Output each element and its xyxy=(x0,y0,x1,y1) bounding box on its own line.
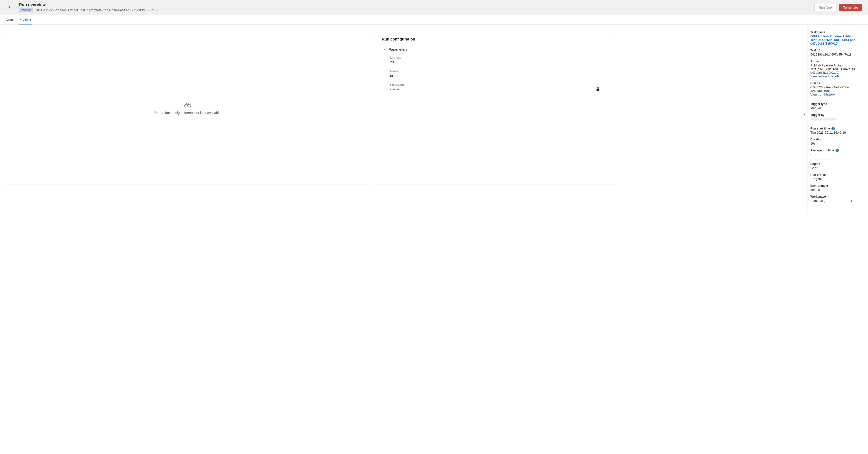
tabs: Logs Pipeline xyxy=(0,15,868,25)
svg-point-1 xyxy=(188,104,191,107)
svg-rect-2 xyxy=(596,89,599,91)
field-workspace: Workspace Personal (———— ————) xyxy=(810,195,865,202)
binoculars-icon xyxy=(184,102,191,108)
engine-value: Gen2 xyxy=(810,166,865,170)
avg-runtime-label: Average run time i xyxy=(810,149,865,152)
environment-label: Environment xyxy=(810,184,865,188)
avg-runtime-value: - xyxy=(810,152,865,156)
run-profile-label: Run profile xyxy=(810,173,865,176)
param-min-age-label: Min Age xyxy=(390,56,607,59)
view-artifact-link[interactable]: View artifact details xyxy=(810,75,865,78)
header-actions: Run Now Terminate xyxy=(814,4,862,11)
tab-logs[interactable]: Logs xyxy=(6,15,14,25)
field-environment: Environment default xyxy=(810,184,865,192)
param-password: Password ******** xyxy=(390,83,607,92)
run-start-label-text: Run start time xyxy=(810,127,830,130)
parameters-label: Parameters xyxy=(389,47,407,51)
page-title: Run overview xyxy=(19,2,158,7)
field-duration: Duration 19s xyxy=(810,138,865,145)
field-artifact: Artifact Publish Pipeline Artifact Test_… xyxy=(810,60,865,78)
field-run-start: Run start time i Thu 2023-05-11 16:42:16 xyxy=(810,127,865,134)
trigger-type-label: Trigger type xyxy=(810,102,865,106)
tab-pipeline[interactable]: Pipeline xyxy=(19,15,32,25)
artifact-value: Publish Pipeline Artifact Test_c1c5268a-… xyxy=(810,63,865,75)
field-engine: Engine Gen2 xyxy=(810,162,865,170)
info-icon[interactable]: i xyxy=(831,127,835,130)
workspace-value: Personal (———— ————) xyxy=(810,199,865,202)
param-name-label: Name xyxy=(390,69,607,73)
trigger-by-label: Trigger by xyxy=(810,113,865,117)
status-badge: Pending xyxy=(19,8,33,12)
field-task-id: Task ID 641989be24a4597e454f7e18 xyxy=(810,49,865,56)
task-id-value: 641989be24a4597e454f7e18 xyxy=(810,53,865,56)
parameters-toggle[interactable]: ▾ Parameters xyxy=(382,47,607,51)
param-name: Name test xyxy=(390,69,607,78)
artifact-screenshot-panel: The artifact design screenshot is unavai… xyxy=(6,32,369,185)
back-button[interactable] xyxy=(6,4,14,11)
avg-runtime-label-text: Average run time xyxy=(810,149,834,152)
run-id-label: Run ID xyxy=(810,82,865,85)
main-content: The artifact design screenshot is unavai… xyxy=(0,25,802,212)
trigger-by-value: ———— ———— xyxy=(810,117,865,121)
run-config-title: Run configuration xyxy=(382,37,607,41)
arrow-left-icon xyxy=(8,5,12,9)
run-config-panel: Run configuration ▾ Parameters Min Age 2… xyxy=(376,32,613,185)
param-min-age: Min Age 20 xyxy=(390,56,607,64)
artifact-empty-message: The artifact design screenshot is unavai… xyxy=(154,111,222,115)
chevron-right-icon xyxy=(803,112,806,115)
param-password-label: Password xyxy=(390,83,607,87)
environment-value: default xyxy=(810,188,865,192)
task-name-link[interactable]: GBAPublish Pipeline Artifact Test_c1c526… xyxy=(810,34,865,45)
body: The artifact design screenshot is unavai… xyxy=(0,25,868,212)
divider xyxy=(810,124,835,124)
sidebar-collapse-rail xyxy=(802,25,807,212)
engine-label: Engine xyxy=(810,162,865,166)
field-task-name: Task name GBAPublish Pipeline Artifact T… xyxy=(810,31,865,45)
page-subtitle: GBAPublish Pipeline Artifact Test_c1c526… xyxy=(35,8,158,12)
field-trigger-by: Trigger by ———— ———— xyxy=(810,113,865,121)
field-run-profile: Run profile RP gen2 xyxy=(810,173,865,181)
field-avg-runtime: Average run time i - xyxy=(810,149,865,156)
trigger-type-value: Manual xyxy=(810,106,865,110)
divider xyxy=(810,160,835,160)
param-min-age-value: 20 xyxy=(390,60,607,64)
task-name-label: Task name xyxy=(810,31,865,34)
header-bar: Run overview Pending GBAPublish Pipeline… xyxy=(0,0,868,15)
workspace-label: Workspace xyxy=(810,195,865,198)
sidebar-collapse-button[interactable] xyxy=(803,112,806,116)
info-icon[interactable]: i xyxy=(836,149,839,152)
run-start-label: Run start time i xyxy=(810,127,865,130)
svg-point-0 xyxy=(185,104,187,107)
view-run-history-link[interactable]: View run history xyxy=(810,93,865,96)
header-left: Run overview Pending GBAPublish Pipeline… xyxy=(6,2,158,12)
duration-label: Duration xyxy=(810,138,865,141)
terminate-button[interactable]: Terminate xyxy=(839,4,862,11)
details-sidebar: Task name GBAPublish Pipeline Artifact T… xyxy=(807,25,868,212)
lock-icon xyxy=(596,87,600,92)
param-name-value: test xyxy=(390,74,607,78)
run-now-button[interactable]: Run Now xyxy=(814,4,837,11)
field-trigger-type: Trigger type Manual xyxy=(810,102,865,110)
subtitle-row: Pending GBAPublish Pipeline Artifact Tes… xyxy=(19,8,158,12)
artifact-label: Artifact xyxy=(810,60,865,63)
run-start-value: Thu 2023-05-11 16:42:16 xyxy=(810,131,865,134)
field-run-id: Run ID 07edb206-1ee3-4adc-9127-426fda021… xyxy=(810,82,865,96)
duration-value: 19s xyxy=(810,142,865,145)
title-block: Run overview Pending GBAPublish Pipeline… xyxy=(19,2,158,12)
chevron-down-icon: ▾ xyxy=(384,48,385,51)
param-password-value: ******** xyxy=(390,88,401,92)
run-id-value: 07edb206-1ee3-4adc-9127-426fda02168e xyxy=(810,85,865,93)
task-id-label: Task ID xyxy=(810,49,865,52)
run-profile-value: RP gen2 xyxy=(810,177,865,181)
